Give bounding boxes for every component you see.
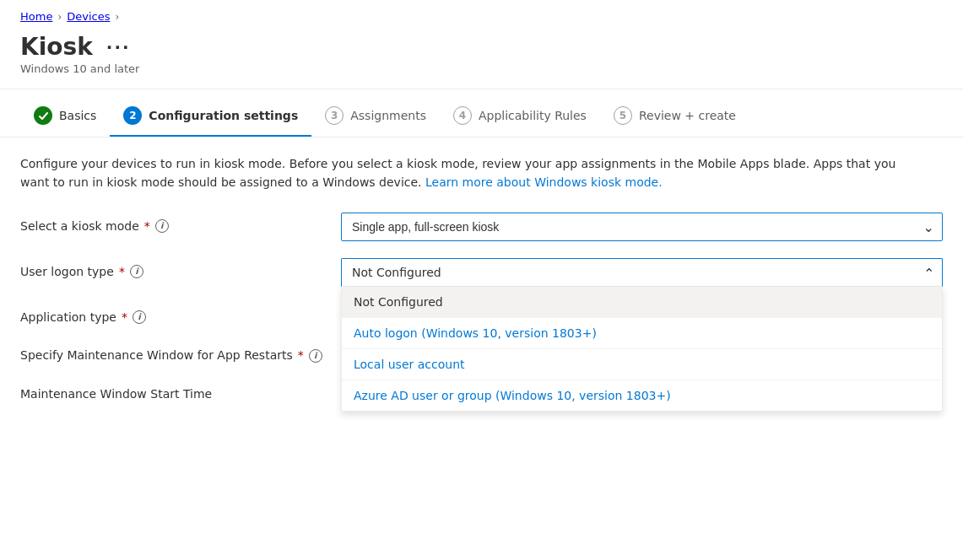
user-logon-select-wrapper: Not Configured ⌄ Not Configured Auto log… [341,258,943,287]
tab-label-review: Review + create [639,109,736,122]
page-title: Kiosk [20,33,93,61]
page-header: Kiosk ··· Windows 10 and later [0,30,963,89]
breadcrumb-sep-1: › [57,11,62,23]
breadcrumb-sep-2: › [115,11,119,23]
dropdown-item-auto-logon[interactable]: Auto logon (Windows 10, version 1803+) [342,318,942,349]
kiosk-mode-row: Select a kiosk mode * i Single app, full… [20,213,943,241]
breadcrumb: Home › Devices › [0,0,963,30]
user-logon-label-text: User logon type [20,265,114,278]
dropdown-item-not-configured[interactable]: Not Configured [342,287,942,318]
maintenance-window-label-text: Specify Maintenance Window for App Resta… [20,347,293,364]
breadcrumb-home[interactable]: Home [20,10,52,23]
user-logon-dropdown: Not Configured Auto logon (Windows 10, v… [341,287,943,412]
application-type-label: Application type * i [20,304,341,324]
breadcrumb-devices[interactable]: Devices [67,10,110,23]
tab-badge-review: 5 [614,106,632,125]
tab-label-assignments: Assignments [350,109,426,122]
user-logon-info-icon[interactable]: i [130,265,143,278]
kiosk-mode-info-icon[interactable]: i [155,219,169,233]
kiosk-mode-select-wrapper: Single app, full-screen kiosk ⌄ [341,213,943,241]
application-type-required: * [122,310,127,324]
kiosk-mode-label-text: Select a kiosk mode [20,219,139,233]
kiosk-mode-label: Select a kiosk mode * i [20,213,341,233]
main-content: Configure your devices to run in kiosk m… [0,137,963,434]
user-logon-label: User logon type * i [20,258,341,278]
tab-applicability[interactable]: 4 Applicability Rules [440,96,600,137]
dropdown-item-azure-ad[interactable]: Azure AD user or group (Windows 10, vers… [342,380,942,411]
tab-badge-applicability: 4 [453,106,472,125]
maintenance-start-label-text: Maintenance Window Start Time [20,387,212,401]
application-type-info-icon[interactable]: i [133,310,146,324]
maintenance-window-required: * [298,347,304,364]
tab-basics[interactable]: Basics [20,96,110,137]
tab-assignments[interactable]: 3 Assignments [311,96,440,137]
page-subtitle: Windows 10 and later [20,62,943,75]
user-logon-required: * [119,265,125,278]
description-text: Configure your devices to run in kiosk m… [20,154,915,192]
user-logon-select[interactable]: Not Configured [341,258,943,287]
tab-label-applicability: Applicability Rules [479,109,587,122]
tab-badge-config: 2 [123,106,142,125]
tab-badge-basics [34,106,52,125]
tab-review[interactable]: 5 Review + create [600,96,749,137]
application-type-label-text: Application type [20,310,116,324]
kiosk-mode-required: * [144,219,150,233]
dropdown-item-local-user[interactable]: Local user account [342,349,942,380]
kiosk-mode-select[interactable]: Single app, full-screen kiosk [341,213,943,241]
user-logon-value: Not Configured [352,266,441,279]
user-logon-row: User logon type * i Not Configured ⌄ Not… [20,258,943,287]
maintenance-start-label: Maintenance Window Start Time [20,380,341,401]
tab-badge-assignments: 3 [325,106,344,125]
more-options-button[interactable]: ··· [101,35,136,59]
tab-label-basics: Basics [59,109,96,122]
learn-more-link[interactable]: Learn more about Windows kiosk mode. [425,175,663,189]
maintenance-window-label: Specify Maintenance Window for App Resta… [20,341,341,364]
tab-configuration[interactable]: 2 Configuration settings [110,96,311,137]
tabs-nav: Basics 2 Configuration settings 3 Assign… [0,96,963,137]
tab-label-config: Configuration settings [149,109,298,122]
maintenance-window-info-icon[interactable]: i [309,349,322,363]
